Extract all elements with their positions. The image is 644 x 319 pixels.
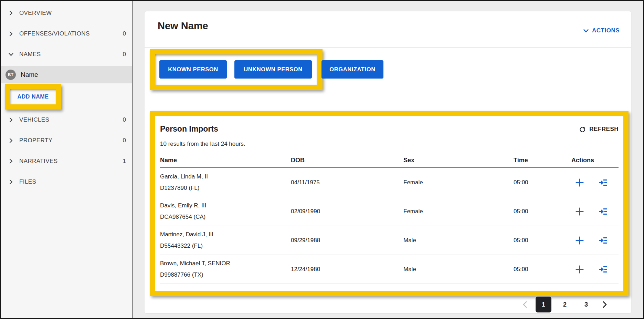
cell-dob: 12/24/1980 (291, 266, 403, 273)
chevron-right-icon (8, 52, 14, 57)
table-row: Davis, Emily R, III DCA987654 (CA) 02/09… (160, 197, 619, 226)
col-header-actions: Actions (571, 157, 619, 164)
sidebar-item-count: 1 (123, 158, 126, 165)
sidebar-item-count: 0 (123, 30, 126, 37)
import-person-button[interactable] (598, 178, 608, 187)
sidebar-item[interactable]: NARRATIVES 1 (1, 151, 132, 172)
record-sidebar: OVERVIEW OFFENSES/VIOLATIONS 0 NAMES 0 B (1, 1, 133, 318)
page-buttons: 1 2 3 (536, 297, 594, 312)
known-person-button[interactable]: KNOWN PERSON (159, 60, 227, 79)
person-id-number: D99887766 (TX) (160, 271, 291, 278)
cell-time: 05:00 (514, 237, 571, 244)
cell-sex: Male (403, 237, 514, 244)
cell-dob: 09/29/1988 (291, 237, 403, 244)
cell-name: Martinez, David J, III D55443322 (FL) (160, 231, 291, 249)
main-area: New Name ACTIONS KNOWN PERSON UNKNOWN PE… (133, 1, 643, 318)
plus-icon (575, 178, 584, 187)
chevron-right-icon (8, 31, 14, 37)
sidebar-top-group: OVERVIEW OFFENSES/VIOLATIONS 0 NAMES 0 (1, 3, 132, 65)
imports-table: Name DOB Sex Time Actions Garcia, Linda … (160, 153, 619, 284)
sidebar-item-label: OVERVIEW (19, 10, 52, 17)
chevron-left-icon (521, 301, 529, 308)
sidebar-item-label: NARRATIVES (19, 158, 57, 165)
app-window: OVERVIEW OFFENSES/VIOLATIONS 0 NAMES 0 B (0, 0, 644, 319)
col-header-sex: Sex (403, 157, 514, 164)
cell-sex: Male (403, 266, 514, 273)
cell-dob: 04/11/1975 (291, 179, 403, 186)
page-button[interactable]: 2 (557, 297, 573, 312)
import-person-button[interactable] (598, 236, 608, 245)
arrow-into-list-icon (599, 207, 608, 216)
page-number: 2 (563, 301, 567, 308)
import-person-button[interactable] (598, 265, 608, 274)
avatar: BT (6, 70, 16, 80)
col-header-dob: DOB (291, 157, 403, 164)
col-header-time: Time (514, 157, 571, 164)
chevron-down-icon (583, 28, 589, 34)
sidebar-item-count: 0 (123, 51, 126, 58)
sidebar-item[interactable]: VEHICLES 0 (1, 110, 132, 130)
import-person-button[interactable] (598, 207, 608, 216)
sidebar-item[interactable]: PROPERTY 0 (1, 130, 132, 151)
actions-menu-button[interactable]: ACTIONS (583, 27, 620, 34)
chevron-right-icon (8, 158, 14, 164)
name-entry-label: Name (21, 71, 38, 79)
person-name: Davis, Emily R, III (160, 202, 291, 209)
page-number: 1 (542, 301, 545, 308)
refresh-label: REFRESH (589, 126, 619, 133)
add-name-button[interactable]: ADD NAME (17, 94, 49, 100)
table-header-row: Name DOB Sex Time Actions (160, 153, 619, 168)
page-title: New Name (158, 20, 208, 32)
previous-page-button[interactable] (520, 297, 530, 312)
next-page-button[interactable] (600, 297, 609, 312)
chevron-right-icon (8, 138, 14, 143)
cell-sex: Female (403, 179, 514, 186)
person-name: Brown, Michael T, SENIOR (160, 260, 291, 267)
person-imports-title: Person Imports (160, 124, 218, 134)
arrow-into-list-icon (599, 178, 608, 187)
cell-time: 05:00 (514, 208, 571, 215)
chevron-right-icon (8, 117, 14, 123)
plus-icon (575, 207, 584, 216)
new-name-card: New Name ACTIONS KNOWN PERSON UNKNOWN PE… (145, 11, 631, 313)
sidebar-item[interactable]: NAMES 0 (1, 44, 132, 65)
sidebar-item[interactable]: FILES (1, 172, 132, 192)
sidebar-name-entry[interactable]: BT Name (1, 66, 132, 83)
person-imports-panel: Person Imports REFRESH 10 results from t… (155, 116, 623, 291)
chevron-right-icon (601, 301, 608, 308)
sidebar-item[interactable]: OFFENSES/VIOLATIONS 0 (1, 23, 132, 44)
sidebar-bottom-group: VEHICLES 0 PROPERTY 0 NARRATIVES 1 (1, 110, 132, 192)
page-number: 3 (584, 301, 588, 308)
cell-name: Brown, Michael T, SENIOR D99887766 (TX) (160, 260, 291, 278)
refresh-button[interactable]: REFRESH (579, 126, 619, 133)
unknown-person-button[interactable]: UNKNOWN PERSON (234, 60, 312, 79)
cell-actions (571, 178, 619, 187)
table-body: Garcia, Linda M, II D1237890 (FL) 04/11/… (160, 168, 619, 284)
col-header-name: Name (160, 157, 291, 164)
add-person-button[interactable] (575, 265, 584, 274)
sidebar-item-count: 0 (123, 137, 126, 144)
person-id-number: D1237890 (FL) (160, 185, 291, 192)
header-divider (145, 47, 631, 48)
pagination: 1 2 3 (520, 297, 609, 312)
add-person-button[interactable] (575, 207, 584, 216)
sidebar-item-count: 0 (123, 116, 126, 123)
refresh-icon (579, 126, 586, 133)
table-row: Brown, Michael T, SENIOR D99887766 (TX) … (160, 255, 619, 284)
chevron-right-icon (8, 179, 14, 185)
add-person-button[interactable] (575, 178, 584, 187)
sidebar-item[interactable]: OVERVIEW (1, 3, 132, 23)
table-row: Martinez, David J, III D55443322 (FL) 09… (160, 226, 619, 255)
cell-actions (571, 236, 619, 245)
organization-button[interactable]: ORGANIZATION (321, 60, 383, 79)
add-name-highlight-box: ADD NAME (5, 84, 61, 110)
results-summary: 10 results from the last 24 hours. (160, 141, 619, 147)
page-button[interactable]: 1 (536, 297, 551, 312)
arrow-into-list-icon (599, 265, 608, 274)
cell-name: Garcia, Linda M, II D1237890 (FL) (160, 173, 291, 192)
arrow-into-list-icon (599, 236, 608, 245)
cell-dob: 02/09/1990 (291, 208, 403, 215)
add-person-button[interactable] (575, 236, 584, 245)
table-row: Garcia, Linda M, II D1237890 (FL) 04/11/… (160, 168, 619, 197)
page-button[interactable]: 3 (578, 297, 594, 312)
